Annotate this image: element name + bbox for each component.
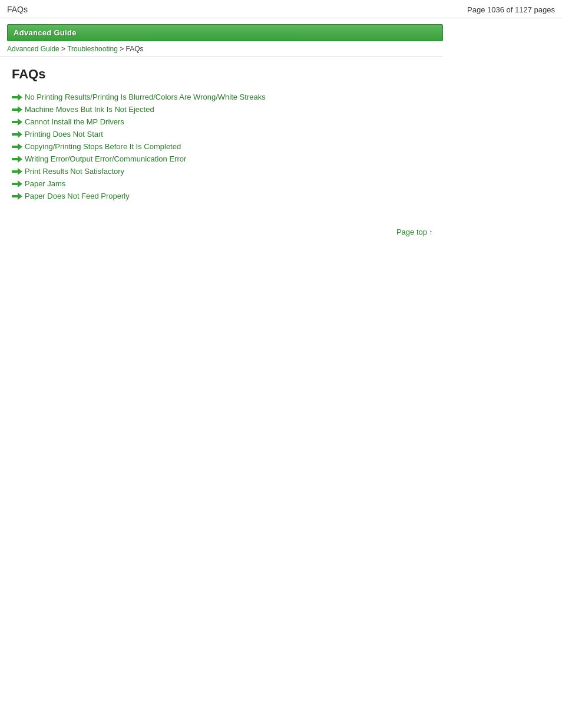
arrow-icon [12,143,22,150]
faq-link-1[interactable]: Machine Moves But Ink Is Not Ejected [25,105,154,114]
arrow-icon [12,156,22,163]
arrow-icon [12,168,22,175]
list-item: Print Results Not Satisfactory [12,167,441,176]
page-top-arrow-icon: ↑ [429,228,432,236]
list-item: Paper Jams [12,179,441,188]
breadcrumb-sep1: > [59,45,67,53]
page-top-label: Page top [396,228,427,236]
faq-link-0[interactable]: No Printing Results/Printing Is Blurred/… [25,93,266,101]
page-top-link[interactable]: Page top ↑ [396,228,432,236]
breadcrumb-current: FAQs [126,45,144,53]
top-bar: FAQs Page 1036 of 1127 pages [0,0,562,18]
arrow-icon [12,118,22,126]
arrow-icon [12,193,22,200]
advanced-guide-title: Advanced Guide [14,28,77,37]
breadcrumb-advanced-guide-link[interactable]: Advanced Guide [7,45,59,53]
faq-link-4[interactable]: Copying/Printing Stops Before It Is Comp… [25,142,181,151]
list-item: Cannot Install the MP Drivers [12,117,441,126]
faq-list: No Printing Results/Printing Is Blurred/… [12,93,441,200]
list-item: Printing Does Not Start [12,130,441,139]
arrow-icon [12,180,22,187]
faq-link-6[interactable]: Print Results Not Satisfactory [25,167,124,176]
pagination-info: Page 1036 of 1127 pages [467,5,555,14]
arrow-icon [12,131,22,138]
list-item: Paper Does Not Feed Properly [12,192,441,200]
faq-link-3[interactable]: Printing Does Not Start [25,130,103,139]
list-item: No Printing Results/Printing Is Blurred/… [12,93,441,101]
page-tab-title: FAQs [7,5,28,14]
list-item: Copying/Printing Stops Before It Is Comp… [12,142,441,151]
arrow-icon [12,106,22,113]
faq-link-7[interactable]: Paper Jams [25,179,65,188]
list-item: Writing Error/Output Error/Communication… [12,154,441,163]
faq-link-2[interactable]: Cannot Install the MP Drivers [25,117,124,126]
faq-link-8[interactable]: Paper Does Not Feed Properly [25,192,130,200]
advanced-guide-header: Advanced Guide [7,24,443,41]
faq-link-5[interactable]: Writing Error/Output Error/Communication… [25,154,186,163]
page-title: FAQs [12,67,441,82]
breadcrumb-sep2: > [118,45,126,53]
breadcrumb-troubleshooting-link[interactable]: Troubleshooting [67,45,118,53]
main-content: FAQs No Printing Results/Printing Is Blu… [0,57,448,216]
page-top-container: Page top ↑ [0,216,562,236]
list-item: Machine Moves But Ink Is Not Ejected [12,105,441,114]
arrow-icon [12,94,22,101]
breadcrumb: Advanced Guide > Troubleshooting > FAQs [0,41,443,57]
